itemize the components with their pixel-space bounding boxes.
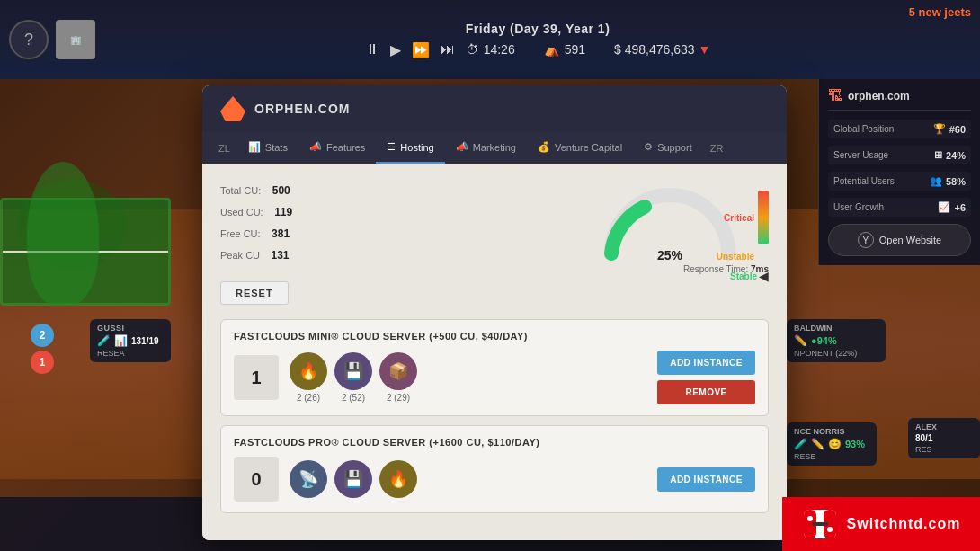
norris-icon1: 🧪 xyxy=(794,438,807,450)
critical-label: Critical xyxy=(724,213,754,223)
grid-icon: ⊞ xyxy=(934,149,942,161)
open-website-label: Open Website xyxy=(879,235,942,245)
tab-nav-left[interactable]: ZL xyxy=(211,134,237,163)
used-cu-row: Used CU: 119 xyxy=(220,203,292,219)
reset-button[interactable]: RESET xyxy=(220,281,289,305)
server-usage-label: Server Usage xyxy=(833,150,888,160)
nintendo-switch-logo xyxy=(802,506,838,542)
svg-point-4 xyxy=(827,527,833,532)
gauge-percent-label: 25% xyxy=(657,248,682,262)
right-panel-title: orphen.com xyxy=(848,90,910,102)
modal-logo xyxy=(220,96,245,121)
server-icon-pro-0: 📡 xyxy=(290,460,327,498)
tab-support[interactable]: ⚙ Support xyxy=(633,132,703,164)
tab-nav-right[interactable]: ZR xyxy=(703,134,731,163)
employee-card-gussin: GUSSI 🧪 📊 131/19 RESEA xyxy=(90,319,171,362)
money-trend-icon: ▼ xyxy=(698,42,710,57)
norris-icon2: ✏️ xyxy=(811,438,824,450)
norris-stats-row: 🧪 ✏️ 😊 93% xyxy=(794,438,869,450)
server-icon-fire2: 🔥 xyxy=(379,460,417,498)
server-card-pro-header: FASTCLOUDS PRO® CLOUD SERVER (+1600 CU, … xyxy=(234,437,755,448)
tab-features[interactable]: 📣 Features xyxy=(298,132,376,164)
skip-button[interactable]: ⏭ xyxy=(441,41,455,58)
alex-stats-row: 80/1 xyxy=(915,433,973,443)
money-value: $ 498,476,633 xyxy=(614,42,695,57)
remove-button-mini[interactable]: REMOVE xyxy=(657,380,755,404)
venture-tab-icon: 💰 xyxy=(538,141,550,153)
cu-stats: Total CU: 500 Used CU: 119 Free CU: 381 … xyxy=(220,182,292,262)
server-card-mini-header: FASTCLOUDS MINI® CLOUD SERVER (+500 CU, … xyxy=(234,331,755,342)
top-bar-left: ? 🏢 xyxy=(0,20,95,59)
clock-icon: ⏱ xyxy=(466,42,478,57)
global-position-value: 🏆 #60 xyxy=(933,123,966,135)
money-display: $ 498,476,633 ▼ xyxy=(614,42,710,57)
server-icon-storage-label: 2 (52) xyxy=(342,393,365,403)
server-icon-item-0: 🔥 2 (26) xyxy=(290,352,327,403)
add-instance-button-pro[interactable]: ADD INSTANCE xyxy=(657,467,755,492)
trophy-icon: 🏆 xyxy=(933,123,946,135)
server-actions-pro: ADD INSTANCE xyxy=(657,467,755,492)
right-stats-panel: 🏗 orphen.com Global Position 🏆 #60 Serve… xyxy=(818,79,980,265)
server-icon-fire: 🔥 xyxy=(290,352,327,390)
alex-stats: 80/1 xyxy=(915,433,932,443)
baldwin-percent: ●94% xyxy=(811,335,837,346)
norris-name: NCE NORRIS xyxy=(794,427,869,436)
stats-tab-icon: 📊 xyxy=(248,141,261,153)
hosting-tab-icon: ☰ xyxy=(387,141,396,153)
add-instance-button-mini[interactable]: ADD INSTANCE xyxy=(657,351,755,375)
open-website-button[interactable]: Y Open Website xyxy=(828,224,971,256)
global-position-label: Global Position xyxy=(833,124,894,134)
right-panel-logo: 🏗 xyxy=(828,88,842,104)
server-icon-pro-1: 💾 xyxy=(334,460,372,498)
modal-title: ORPHEN.COM xyxy=(254,102,350,116)
flask-icon: 🧪 xyxy=(97,334,111,347)
free-cu-row: Free CU: 381 xyxy=(220,225,292,241)
stable-label-row: Stable ◀ xyxy=(730,269,769,283)
gauge-color-bar xyxy=(758,191,769,244)
unstable-label: Unstable xyxy=(717,252,754,262)
pause-button[interactable]: ⏸ xyxy=(365,41,379,58)
tab-marketing[interactable]: 📣 Marketing xyxy=(445,132,527,164)
tab-venture[interactable]: 💰 Venture Capital xyxy=(527,132,633,164)
norris-role: RESE xyxy=(794,452,869,461)
play-button[interactable]: ▶ xyxy=(390,41,401,58)
total-cu-row: Total CU: 500 xyxy=(220,182,292,198)
svg-rect-5 xyxy=(812,522,828,526)
server-card-mini: FASTCLOUDS MINI® CLOUD SERVER (+500 CU, … xyxy=(220,319,769,416)
total-cu-label: Total CU: xyxy=(220,185,261,196)
server-icon-wifi: 📡 xyxy=(290,460,327,498)
total-cu-value: 500 xyxy=(272,184,290,197)
badge-2: 2 xyxy=(31,324,54,347)
norris-percent: 93% xyxy=(845,439,865,449)
used-cu-label: Used CU: xyxy=(220,207,263,218)
nintendo-banner: Switchntd.com xyxy=(782,497,980,551)
server-usage-row: Server Usage ⊞ 24% xyxy=(828,146,971,164)
day-label: Friday (Day 39, Year 1) xyxy=(466,22,610,36)
baldwin-role: NPONENT (22%) xyxy=(794,349,878,358)
badge-1: 1 xyxy=(31,351,54,374)
server-usage-value: ⊞ 24% xyxy=(934,149,966,161)
building-icon: 🏢 xyxy=(56,20,95,59)
nintendo-logo xyxy=(802,506,838,542)
free-cu-value: 381 xyxy=(272,227,290,240)
modal-content: Total CU: 500 Used CU: 119 Free CU: 381 … xyxy=(202,164,787,540)
features-tab-icon: 📣 xyxy=(309,141,322,153)
server-icon-item-1: 💾 2 (52) xyxy=(334,352,372,403)
user-growth-label: User Growth xyxy=(833,202,884,212)
population-value: 591 xyxy=(565,42,585,57)
population-display: ⛺ 591 xyxy=(544,42,585,57)
server-icon-fire-label: 2 (26) xyxy=(297,393,320,403)
svg-point-3 xyxy=(807,516,813,521)
plant-leaves xyxy=(27,162,99,306)
help-button[interactable]: ? xyxy=(9,20,49,59)
growth-chart-icon: 📈 xyxy=(938,201,950,213)
time-display: ⏱ 14:26 xyxy=(466,42,515,57)
stats-gauge-section: Total CU: 500 Used CU: 119 Free CU: 381 … xyxy=(220,182,769,274)
gauge-section: 25% Critical Unstable Stable ◀ Response … xyxy=(571,182,769,274)
baldwin-stats-row: ✏️ ●94% xyxy=(794,334,878,347)
tab-hosting[interactable]: ☰ Hosting xyxy=(376,132,444,164)
employee-card-norris: NCE NORRIS 🧪 ✏️ 😊 93% RESE xyxy=(787,422,877,466)
fast-forward-button[interactable]: ⏩ xyxy=(412,41,430,58)
tab-stats[interactable]: 📊 Stats xyxy=(237,132,298,164)
gauge-indicator-arrow: ◀ xyxy=(759,269,769,283)
